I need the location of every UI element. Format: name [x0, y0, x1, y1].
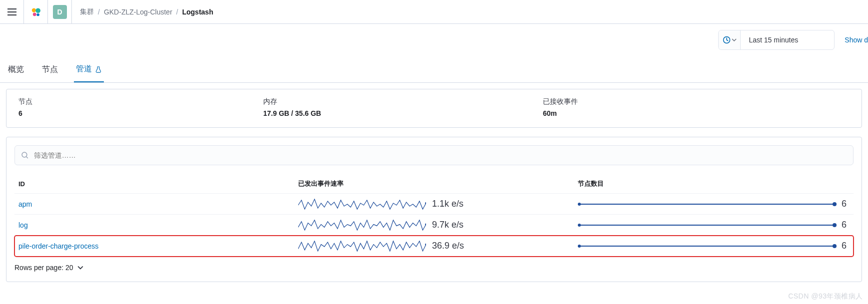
beaker-icon: [95, 66, 102, 73]
th-nodes[interactable]: 节点数目: [574, 174, 854, 194]
node-count-bar: [578, 244, 837, 249]
search-icon: [21, 151, 29, 159]
svg-point-2: [32, 12, 36, 16]
search-input[interactable]: [34, 151, 847, 159]
node-count-value: 6: [842, 220, 850, 230]
tabs: 概览 节点 管道: [0, 59, 868, 83]
top-bar: D 集群 / GKD-ZLZ-Log-Cluster / Logstash: [0, 0, 868, 24]
svg-point-3: [36, 13, 39, 16]
pipeline-link[interactable]: log: [18, 221, 28, 229]
pipeline-link[interactable]: apm: [18, 200, 32, 208]
sparkline: [298, 198, 426, 210]
chevron-down-icon: [77, 265, 83, 271]
node-count-bar: [578, 202, 837, 207]
watermark: CSDN @93年颈椎病人: [788, 292, 863, 301]
summary-nodes-label: 节点: [18, 97, 263, 106]
sparkline: [298, 240, 426, 252]
summary-panel: 节点 6 内存 17.9 GB / 35.6 GB 已接收事件 60m: [6, 89, 862, 128]
node-count-bar: [578, 223, 837, 228]
elastic-logo[interactable]: [24, 0, 48, 24]
svg-point-6: [425, 202, 426, 204]
svg-point-0: [31, 8, 35, 12]
pipelines-table: ID 已发出事件速率 节点数目 apm1.1k e/s6log9.7k e/s6…: [14, 174, 854, 257]
rate-value: 36.9 e/s: [432, 241, 464, 251]
rows-per-page[interactable]: Rows per page: 20: [14, 264, 854, 272]
tab-pipelines-label: 管道: [76, 64, 92, 74]
breadcrumb-current: Logstash: [182, 8, 213, 16]
action-row: Last 15 minutes Show d: [0, 24, 868, 56]
time-picker[interactable]: Last 15 minutes: [718, 30, 835, 50]
tab-overview[interactable]: 概览: [6, 59, 26, 82]
breadcrumb: 集群 / GKD-ZLZ-Log-Cluster / Logstash: [72, 7, 213, 16]
table-row: log9.7k e/s6: [14, 215, 854, 236]
space-badge-letter: D: [53, 5, 67, 19]
chevron-down-icon: [732, 37, 737, 42]
pipelines-panel: ID 已发出事件速率 节点数目 apm1.1k e/s6log9.7k e/s6…: [6, 137, 862, 282]
summary-events-label: 已接收事件: [543, 97, 850, 106]
summary-nodes-value: 6: [18, 109, 263, 117]
rows-per-page-label: Rows per page: 20: [14, 264, 73, 272]
summary-memory-label: 内存: [263, 97, 543, 106]
breadcrumb-sep: /: [176, 8, 178, 16]
menu-button[interactable]: [0, 0, 24, 24]
th-rate[interactable]: 已发出事件速率: [294, 174, 574, 194]
clock-icon: [723, 36, 731, 44]
breadcrumb-cluster[interactable]: GKD-ZLZ-Log-Cluster: [104, 8, 172, 16]
table-row: pile-order-charge-process36.9 e/s6: [14, 236, 854, 257]
svg-point-8: [425, 243, 426, 245]
svg-point-5: [22, 152, 27, 157]
rate-value: 1.1k e/s: [432, 199, 463, 209]
breadcrumb-root[interactable]: 集群: [80, 7, 94, 16]
time-picker-label[interactable]: Last 15 minutes: [741, 36, 834, 44]
rate-value: 9.7k e/s: [432, 220, 463, 230]
svg-point-1: [35, 8, 40, 13]
show-dates-link[interactable]: Show d: [841, 36, 868, 44]
svg-point-7: [425, 223, 426, 225]
tab-nodes[interactable]: 节点: [40, 59, 60, 82]
sparkline: [298, 219, 426, 231]
logo-icon: [30, 6, 41, 17]
summary-memory-value: 17.9 GB / 35.6 GB: [263, 109, 543, 117]
pipeline-link[interactable]: pile-order-charge-process: [18, 242, 98, 250]
node-count-value: 6: [842, 199, 850, 209]
search-input-wrapper[interactable]: [14, 145, 854, 165]
space-selector[interactable]: D: [48, 0, 72, 24]
hamburger-icon: [7, 8, 16, 15]
time-picker-quick-button[interactable]: [719, 30, 741, 49]
breadcrumb-sep: /: [98, 8, 100, 16]
node-count-value: 6: [842, 241, 850, 251]
th-id[interactable]: ID: [14, 174, 294, 194]
tab-pipelines[interactable]: 管道: [74, 59, 104, 82]
summary-events-value: 60m: [543, 109, 850, 117]
table-row: apm1.1k e/s6: [14, 194, 854, 215]
